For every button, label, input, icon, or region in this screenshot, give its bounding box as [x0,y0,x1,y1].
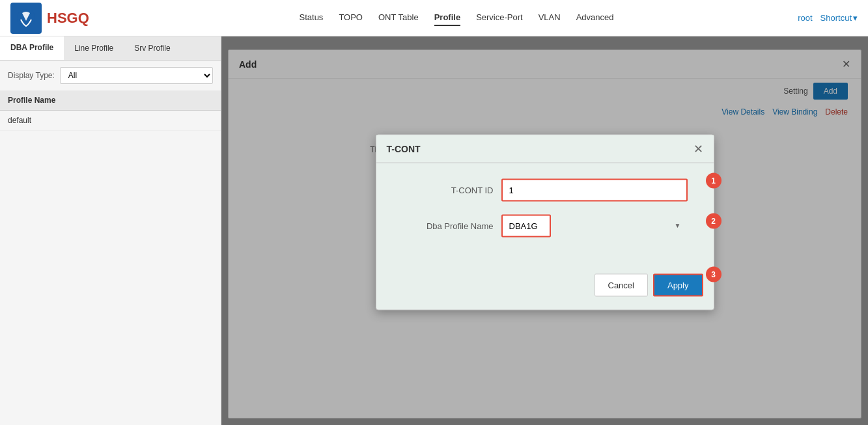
step-badge-3: 3 [706,266,721,282]
dba-profile-name-row: Dba Profile Name DBA1G DBA2G DBA5G DBA10… [402,214,688,237]
table-row: default [0,111,221,131]
nav-service-port[interactable]: Service-Port [476,10,523,26]
step-badge-1: 1 [706,172,721,188]
nav-vlan[interactable]: VLAN [539,10,561,26]
nav-topo[interactable]: TOPO [339,10,363,26]
table-header-profile-name: Profile Name [0,90,221,111]
display-type-row: Display Type: All [0,61,221,90]
nav-links: Status TOPO ONT Table Profile Service-Po… [115,10,798,26]
chevron-down-icon: ▾ [853,13,858,23]
modal-footer: Cancel Apply [376,266,714,309]
nav-advanced[interactable]: Advanced [576,10,614,26]
nav-user: root [798,13,812,23]
tab-srv-profile[interactable]: Srv Profile [124,36,180,60]
nav-right: root Shortcut ▾ [798,13,858,23]
tcont-id-input[interactable] [501,178,688,201]
left-panel: DBA Profile Line Profile Srv Profile Dis… [0,36,221,425]
nav-profile[interactable]: Profile [434,10,460,26]
logo-area: HSGQ [10,3,89,34]
display-type-select[interactable]: All [60,67,213,84]
main-area: DBA Profile Line Profile Srv Profile Dis… [0,36,868,425]
nav-status[interactable]: Status [300,10,324,26]
tcont-id-label: T-CONT ID [402,185,494,195]
tcont-id-row: T-CONT ID [402,178,688,201]
display-type-label: Display Type: [8,71,55,80]
nav-shortcut[interactable]: Shortcut ▾ [820,13,858,23]
cancel-button[interactable]: Cancel [595,273,648,296]
step-badge-2: 2 [706,213,721,228]
logo-icon [10,3,42,34]
modal-header: T-CONT ✕ [376,135,714,163]
modal-body: T-CONT ID Dba Profile Name DBA1G DBA2G D… [376,163,714,266]
dba-profile-name-label: Dba Profile Name [402,221,494,230]
tcont-modal: T-CONT ✕ T-CONT ID Dba Profile Name DBA1… [376,134,714,310]
modal-close-button[interactable]: ✕ [693,143,703,154]
brand-name: HSGQ [47,10,89,27]
tab-bar: DBA Profile Line Profile Srv Profile [0,36,221,61]
nav-ont-table[interactable]: ONT Table [378,10,419,26]
top-navigation: HSGQ Status TOPO ONT Table Profile Servi… [0,0,868,36]
apply-button[interactable]: Apply [653,273,703,296]
tab-dba-profile[interactable]: DBA Profile [0,36,64,60]
right-panel: Add ✕ Setting Add View Details View Bind… [221,36,868,425]
dba-profile-select-wrapper: DBA1G DBA2G DBA5G DBA10G [501,214,688,237]
dba-profile-select[interactable]: DBA1G DBA2G DBA5G DBA10G [501,214,551,237]
modal-title: T-CONT [387,143,421,154]
tab-line-profile[interactable]: Line Profile [64,36,124,60]
